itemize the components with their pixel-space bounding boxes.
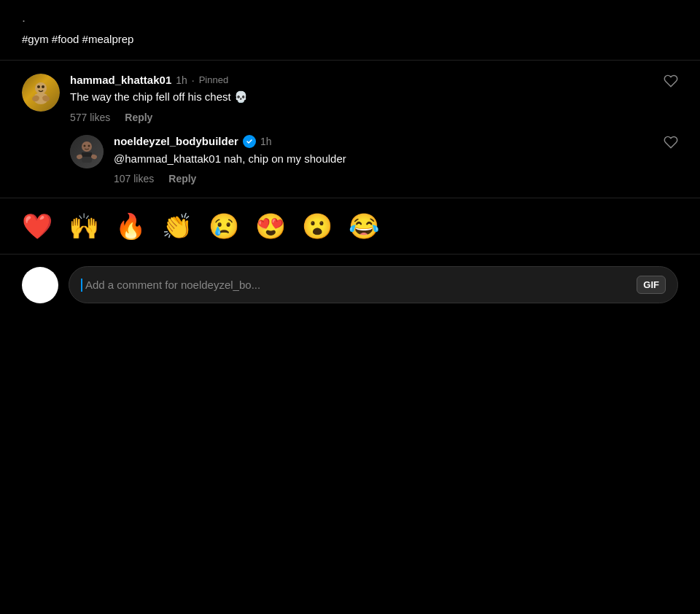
emoji-heart-eyes[interactable]: 😍 <box>255 211 286 241</box>
emoji-fire[interactable]: 🔥 <box>115 211 146 241</box>
avatar-image <box>22 74 60 112</box>
comment-actions: 577 likes Reply <box>70 112 678 123</box>
comments-section: hammad_khattak01 1h · Pinned The way the… <box>0 61 700 198</box>
comment-item: hammad_khattak01 1h · Pinned The way the… <box>0 61 700 198</box>
comment-meta: hammad_khattak01 1h · Pinned <box>70 74 678 86</box>
comment-header: hammad_khattak01 1h · Pinned The way the… <box>22 74 678 123</box>
user-avatar <box>22 267 58 303</box>
reply-reply-button[interactable]: Reply <box>168 173 196 184</box>
reply-button[interactable]: Reply <box>125 112 152 123</box>
comment-input-row: Add a comment for noeldeyzel_bo... GIF <box>0 254 700 315</box>
dot: · <box>192 74 195 86</box>
reply-body: noeldeyzel_bodybuilder 1h @hammad_khatta… <box>114 135 678 185</box>
comment-body: hammad_khattak01 1h · Pinned The way the… <box>70 74 678 123</box>
svg-point-3 <box>42 85 44 88</box>
emoji-clap[interactable]: 👏 <box>162 211 192 241</box>
svg-point-0 <box>35 82 47 94</box>
pinned-badge: Pinned <box>199 74 228 85</box>
comment-time: 1h <box>176 74 187 86</box>
emoji-laugh[interactable]: 😂 <box>349 211 379 241</box>
reply-actions: 107 likes Reply <box>114 173 678 184</box>
svg-rect-8 <box>82 152 92 157</box>
hashtags-text: #gym #food #mealprep <box>22 33 133 45</box>
comment-text: The way the chip fell off his chest 💀 <box>70 89 678 106</box>
emoji-surprised[interactable]: 😮 <box>302 211 332 241</box>
emoji-heart[interactable]: ❤️ <box>22 211 52 241</box>
reply-meta: noeldeyzel_bodybuilder 1h <box>114 135 678 148</box>
svg-point-12 <box>88 144 90 147</box>
reply-comment: noeldeyzel_bodybuilder 1h @hammad_khatta… <box>22 135 678 185</box>
reply-inner: noeldeyzel_bodybuilder 1h @hammad_khatta… <box>70 135 678 185</box>
emoji-raised-hands[interactable]: 🙌 <box>69 211 99 241</box>
hashtags-section: · #gym #food #mealprep <box>0 0 700 61</box>
gif-button[interactable]: GIF <box>637 276 666 294</box>
comment-input-container[interactable]: Add a comment for noeldeyzel_bo... GIF <box>69 266 678 303</box>
comment-input-text: Add a comment for noeldeyzel_bo... <box>81 279 637 292</box>
cursor <box>81 279 82 292</box>
svg-point-6 <box>82 141 92 152</box>
reply-avatar[interactable] <box>70 135 104 168</box>
reply-avatar-image <box>70 135 104 168</box>
emoji-cry[interactable]: 😢 <box>209 211 239 241</box>
svg-point-11 <box>84 144 86 147</box>
dot-text: · <box>22 13 678 28</box>
reply-username[interactable]: noeldeyzel_bodybuilder <box>114 135 238 147</box>
reply-like-button[interactable] <box>664 135 678 153</box>
reply-text: @hammad_khattak01 nah, chip on my should… <box>114 151 678 168</box>
emoji-bar: ❤️ 🙌 🔥 👏 😢 😍 😮 😂 <box>0 198 700 254</box>
like-button[interactable] <box>664 74 678 92</box>
svg-point-2 <box>37 85 40 88</box>
reply-likes-count: 107 likes <box>114 173 154 184</box>
reply-time: 1h <box>260 136 272 147</box>
likes-count: 577 likes <box>70 112 110 123</box>
comment-placeholder: Add a comment for noeldeyzel_bo... <box>85 279 260 291</box>
comment-username[interactable]: hammad_khattak01 <box>70 74 171 86</box>
verified-icon <box>243 135 256 148</box>
avatar[interactable] <box>22 74 60 112</box>
